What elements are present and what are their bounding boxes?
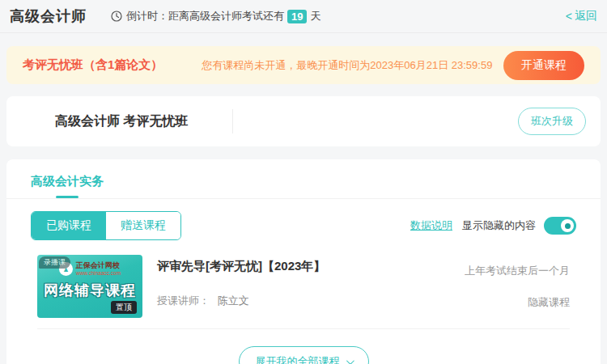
course-right-meta: 上年考试结束后一个月 隐藏课程 bbox=[465, 255, 570, 318]
expand-wrap: 展开我的全部课程 bbox=[6, 346, 601, 364]
vertical-divider bbox=[232, 109, 233, 133]
back-link[interactable]: < 返回 bbox=[566, 9, 597, 23]
chevron-down-icon bbox=[346, 357, 354, 364]
course-title[interactable]: 评审先导[考评无忧]【2023年】 bbox=[157, 259, 325, 274]
expand-button-label: 展开我的全部课程 bbox=[256, 354, 340, 364]
subject-tabs-row: 高级会计实务 bbox=[6, 159, 601, 199]
toggle-knob bbox=[561, 219, 574, 232]
recorded-course-badge: 录播课 bbox=[39, 256, 70, 269]
page-title: 高级会计师 bbox=[10, 6, 87, 26]
clock-icon bbox=[111, 11, 122, 22]
banner-message: 您有课程尚未开通，最晚开通时间为2023年06月21日 23:59:59 bbox=[202, 58, 492, 73]
class-card: 高级会计师 考评无忧班 班次升级 bbox=[6, 96, 601, 146]
chevron-left-icon: < bbox=[566, 10, 572, 23]
horizontal-divider bbox=[37, 328, 570, 329]
countdown-days-badge: 19 bbox=[287, 10, 307, 23]
teacher-name: 陈立文 bbox=[218, 294, 249, 307]
banner-title: 考评无忧班（含1篇论文） bbox=[23, 57, 163, 73]
course-info: 评审先导[考评无忧]【2023年】 授课讲师： 陈立文 bbox=[157, 255, 325, 318]
hide-course-link[interactable]: 隐藏课程 bbox=[465, 295, 570, 310]
exam-countdown: 倒计时：距离高级会计师考试还有 19 天 bbox=[111, 9, 320, 23]
back-link-label: 返回 bbox=[575, 9, 597, 23]
course-list-card: 高级会计实务 已购课程 赠送课程 数据说明 显示隐藏的内容 录播课 ▲ 正保会计… bbox=[6, 159, 601, 364]
course-activation-banner: 考评无忧班（含1篇论文） 您有课程尚未开通，最晚开通时间为2023年06月21日… bbox=[6, 46, 601, 84]
class-title: 高级会计师 考评无忧班 bbox=[55, 113, 188, 130]
data-note-link[interactable]: 数据说明 bbox=[410, 218, 452, 233]
course-validity: 上年考试结束后一个月 bbox=[465, 264, 570, 278]
tab-gift-courses[interactable]: 赠送课程 bbox=[106, 212, 180, 239]
course-thumbnail[interactable]: 录播课 ▲ 正保会计网校 www.chinaacc.com 网络辅导课程 置顶 bbox=[37, 255, 142, 318]
teacher-line: 授课讲师： 陈立文 bbox=[157, 294, 325, 308]
thumbnail-title: 网络辅导课程 bbox=[37, 281, 142, 300]
brand-url: www.chinaacc.com bbox=[76, 270, 121, 276]
countdown-label: 倒计时：距离高级会计师考试还有 bbox=[126, 9, 284, 23]
tab-purchased-courses[interactable]: 已购课程 bbox=[32, 212, 106, 239]
show-hidden-label: 显示隐藏的内容 bbox=[462, 218, 536, 233]
right-controls: 数据说明 显示隐藏的内容 bbox=[410, 217, 576, 235]
course-list-item: 录播课 ▲ 正保会计网校 www.chinaacc.com 网络辅导课程 置顶 … bbox=[6, 255, 601, 318]
class-upgrade-button[interactable]: 班次升级 bbox=[518, 108, 586, 135]
tab-subject-advanced-accounting-practice[interactable]: 高级会计实务 bbox=[31, 174, 104, 198]
controls-row: 已购课程 赠送课程 数据说明 显示隐藏的内容 bbox=[6, 211, 601, 240]
top-header: 高级会计师 倒计时：距离高级会计师考试还有 19 天 < 返回 bbox=[0, 0, 607, 33]
pinned-badge: 置顶 bbox=[111, 301, 137, 314]
course-type-tab-group: 已购课程 赠送课程 bbox=[31, 211, 181, 240]
brand-name: 正保会计网校 bbox=[76, 262, 121, 270]
countdown-suffix: 天 bbox=[310, 9, 320, 23]
subject-tab-label: 高级会计实务 bbox=[31, 174, 104, 189]
show-hidden-toggle[interactable] bbox=[544, 217, 576, 235]
open-course-button[interactable]: 开通课程 bbox=[503, 51, 584, 80]
active-tab-underline bbox=[56, 196, 79, 198]
expand-all-courses-button[interactable]: 展开我的全部课程 bbox=[239, 346, 369, 364]
teacher-label: 授课讲师： bbox=[157, 294, 210, 307]
